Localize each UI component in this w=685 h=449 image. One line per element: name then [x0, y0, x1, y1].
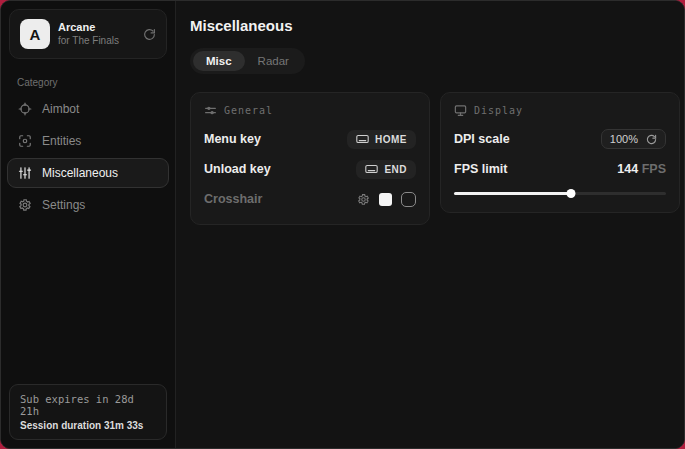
- brand-text: Arcane for The Finals: [58, 21, 135, 47]
- general-card-title: General: [224, 105, 273, 116]
- brand-title: Arcane: [58, 21, 135, 35]
- tab-radar[interactable]: Radar: [245, 51, 302, 71]
- general-card: General Menu key HOME Unload key: [190, 92, 430, 225]
- tab-misc[interactable]: Misc: [193, 51, 245, 71]
- unload-key-binding[interactable]: END: [356, 160, 416, 179]
- sliders-horizontal-icon: [204, 104, 217, 117]
- display-card: Display DPI scale 100% FPS limit: [440, 92, 680, 213]
- keyboard-icon: [356, 134, 369, 144]
- brand-logo: A: [20, 19, 50, 49]
- sidebar-item-settings[interactable]: Settings: [7, 190, 169, 220]
- display-card-title: Display: [474, 105, 523, 116]
- keyboard-icon: [365, 164, 378, 174]
- gear-icon[interactable]: [357, 193, 370, 206]
- fps-limit-row: FPS limit 144 FPS: [454, 157, 666, 181]
- fps-limit-label: FPS limit: [454, 162, 507, 176]
- crosshair-icon: [18, 102, 32, 116]
- dpi-scale-label: DPI scale: [454, 132, 510, 146]
- dpi-scale-row: DPI scale 100%: [454, 127, 666, 151]
- menu-key-label: Menu key: [204, 132, 261, 146]
- sidebar-item-label: Settings: [42, 198, 85, 212]
- crosshair-row: Crosshair: [204, 187, 416, 211]
- sidebar-item-label: Entities: [42, 134, 81, 148]
- general-card-header: General: [204, 104, 416, 117]
- sidebar-item-entities[interactable]: Entities: [7, 126, 169, 156]
- sidebar-nav: Aimbot Entities Miscellaneous: [1, 92, 175, 222]
- subscription-card: Sub expires in 28d 21h Session duration …: [9, 384, 167, 440]
- sliders-icon: [18, 166, 32, 180]
- sub-expires-text: Sub expires in 28d 21h: [20, 393, 156, 417]
- gear-icon: [18, 198, 32, 212]
- fps-limit-value: 144 FPS: [617, 162, 666, 176]
- unload-key-value: END: [384, 164, 407, 175]
- crosshair-color-swatch[interactable]: [379, 193, 392, 206]
- sidebar-item-label: Miscellaneous: [42, 166, 118, 180]
- fps-unit: FPS: [642, 162, 666, 176]
- fps-number: 144: [617, 162, 638, 176]
- unload-key-row: Unload key END: [204, 157, 416, 181]
- brand-subtitle: for The Finals: [58, 35, 135, 48]
- tab-bar: Misc Radar: [190, 48, 305, 74]
- fps-limit-slider[interactable]: [454, 187, 666, 199]
- session-duration-text: Session duration 31m 33s: [20, 420, 156, 431]
- menu-key-value: HOME: [375, 134, 407, 145]
- app-window: A Arcane for The Finals Category Aimbot: [0, 0, 685, 449]
- crosshair-controls: [357, 192, 416, 207]
- category-label: Category: [1, 67, 175, 92]
- main-panel: Miscellaneous Misc Radar General: [176, 1, 685, 448]
- page-title: Miscellaneous: [190, 17, 680, 34]
- menu-key-row: Menu key HOME: [204, 127, 416, 151]
- refresh-icon[interactable]: [143, 28, 156, 41]
- sidebar-item-miscellaneous[interactable]: Miscellaneous: [7, 158, 169, 188]
- dpi-scale-value: 100%: [610, 133, 638, 145]
- sidebar-spacer: [1, 222, 175, 376]
- monitor-icon: [454, 104, 467, 117]
- crosshair-checkbox[interactable]: [401, 192, 416, 207]
- slider-thumb[interactable]: [566, 189, 575, 198]
- refresh-icon[interactable]: [646, 134, 657, 145]
- slider-fill: [454, 192, 571, 195]
- dpi-scale-control[interactable]: 100%: [601, 129, 666, 149]
- sidebar-item-label: Aimbot: [42, 102, 79, 116]
- sidebar-item-aimbot[interactable]: Aimbot: [7, 94, 169, 124]
- menu-key-binding[interactable]: HOME: [347, 130, 416, 149]
- display-card-header: Display: [454, 104, 666, 117]
- scan-icon: [18, 134, 32, 148]
- sidebar: A Arcane for The Finals Category Aimbot: [1, 1, 176, 448]
- crosshair-label: Crosshair: [204, 192, 262, 206]
- brand-card: A Arcane for The Finals: [9, 9, 167, 59]
- unload-key-label: Unload key: [204, 162, 271, 176]
- cards-row: General Menu key HOME Unload key: [190, 92, 680, 225]
